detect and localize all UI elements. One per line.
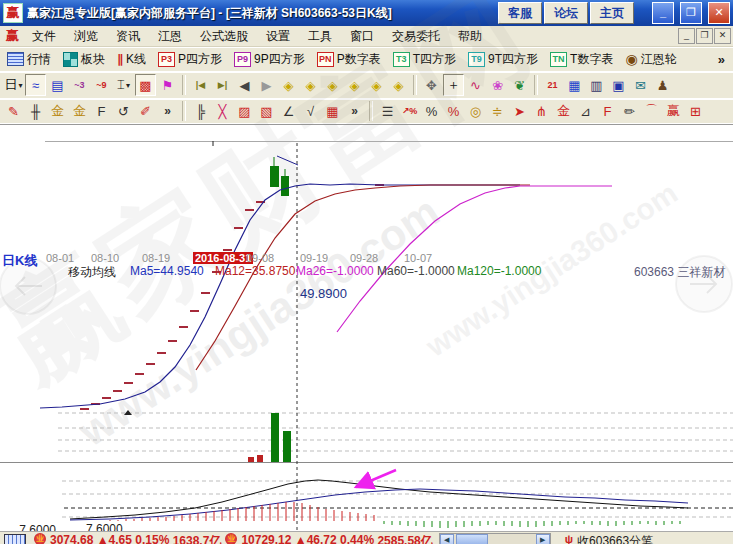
- toolbar-sectors[interactable]: 板块: [60, 50, 108, 69]
- tool-gann-diamond-right-icon[interactable]: ◈: [300, 74, 321, 96]
- t-square-badge-icon: T3: [393, 52, 410, 67]
- peak-price-label: 49.8900: [300, 286, 347, 301]
- close-button[interactable]: ✕: [708, 2, 730, 24]
- toolbar-gann-wheel[interactable]: ◉江恩轮: [622, 50, 679, 69]
- draw-gold-lines-icon[interactable]: ≑: [487, 100, 508, 122]
- scrollbar-right-button[interactable]: ▶: [536, 534, 550, 544]
- draw-cycle-tool-icon[interactable]: ↺: [113, 100, 134, 122]
- tool-minor-wave-9-icon[interactable]: ~9: [91, 74, 112, 96]
- menu-item-1[interactable]: 文件: [23, 26, 65, 47]
- draw-percent-line-icon[interactable]: %: [443, 100, 464, 122]
- chart-area[interactable]: 赢家财富网 www.yingjia360.com www.yingjia360.…: [0, 124, 733, 532]
- menu-item-2[interactable]: 浏览: [65, 26, 107, 47]
- draw-angle-line-icon[interactable]: ∠: [278, 100, 299, 122]
- toolbar-overflow-chevron[interactable]: »: [718, 52, 729, 67]
- draw-more-group-2[interactable]: »: [344, 100, 365, 122]
- tool-gann-diamond-h-icon[interactable]: ◈: [322, 74, 343, 96]
- draw-box-pattern-a-icon[interactable]: ▨: [234, 100, 255, 122]
- draw-wave-tool-icon[interactable]: √: [300, 100, 321, 122]
- toolbar-drawing: ✎╫金金F↺✐»╠╳▨▧∠√▦»☰↗%%%◎≑➤⋔金⊿F✏⌒赢⊞: [0, 99, 733, 124]
- mdi-restore-button[interactable]: ❐: [696, 28, 713, 44]
- draw-brand-tool-icon[interactable]: 赢: [663, 100, 684, 122]
- tool-candle-style-icon[interactable]: ⌶▾: [113, 74, 134, 96]
- scrollbar-thumb[interactable]: [456, 534, 488, 544]
- toolbar-kline[interactable]: ∥K线: [114, 50, 149, 69]
- tool-period-day-icon[interactable]: 日▾: [3, 74, 24, 96]
- draw-gold-ratio-b-icon[interactable]: 金: [69, 100, 90, 122]
- draw-arc-tool-icon[interactable]: ⌒: [641, 100, 662, 122]
- draw-j-line-icon[interactable]: ⊿: [575, 100, 596, 122]
- scrollbar-left-button[interactable]: ◀: [440, 534, 454, 544]
- menu-item-9[interactable]: 交易委托: [383, 26, 449, 47]
- draw-fib-tool-icon[interactable]: F: [91, 100, 112, 122]
- tool-leaf-tool-icon[interactable]: ❦: [509, 74, 530, 96]
- draw-pencil-icon[interactable]: ✏: [619, 100, 640, 122]
- draw-gold-ratio-a-icon[interactable]: 金: [47, 100, 68, 122]
- tool-jump-last-icon[interactable]: ▶|: [212, 74, 233, 96]
- tool-flag-mark-icon[interactable]: ⚑: [157, 74, 178, 96]
- status-scrollbar[interactable]: ◀ ▶: [439, 533, 551, 544]
- draw-fan-red-icon[interactable]: ⋔: [531, 100, 552, 122]
- tool-save-icon[interactable]: ▣: [608, 74, 629, 96]
- minimize-button[interactable]: _: [652, 2, 674, 24]
- draw-square-tool-icon[interactable]: ⊞: [685, 100, 706, 122]
- draw-box-pattern-b-icon[interactable]: ▧: [256, 100, 277, 122]
- mdi-minimize-button[interactable]: _: [678, 28, 695, 44]
- draw-more-group-1[interactable]: »: [157, 100, 178, 122]
- draw-gold-ring-icon[interactable]: ◎: [465, 100, 486, 122]
- menu-item-6[interactable]: 设置: [257, 26, 299, 47]
- tool-remote-user-icon[interactable]: ♟: [652, 74, 673, 96]
- draw-f-line-icon[interactable]: F: [597, 100, 618, 122]
- toolbar-p-square[interactable]: P3P四方形: [155, 50, 225, 69]
- draw-list-tool-icon[interactable]: ☰: [377, 100, 398, 122]
- tool-gann-diamond-v-icon[interactable]: ◈: [388, 74, 409, 96]
- tool-gann-diamond-left-icon[interactable]: ◈: [278, 74, 299, 96]
- tool-crosshair-icon[interactable]: ＋: [443, 74, 464, 96]
- tool-flower-tool-icon[interactable]: ❀: [487, 74, 508, 96]
- tool-calendar-icon[interactable]: 21: [542, 74, 563, 96]
- draw-fan-lines-icon[interactable]: ╳: [212, 100, 233, 122]
- toolbar-p9-square[interactable]: P99P四方形: [231, 50, 308, 69]
- tool-wave-view-icon[interactable]: ≈: [25, 74, 46, 96]
- titlebar-quick-button-1[interactable]: 客服: [498, 2, 542, 24]
- tool-gann-diamond-star-icon[interactable]: ◈: [366, 74, 387, 96]
- draw-grid-pattern-icon[interactable]: ▦: [322, 100, 343, 122]
- draw-percent-up-icon[interactable]: ↗%: [399, 100, 420, 122]
- draw-brush-icon[interactable]: ✎: [3, 100, 24, 122]
- toolbar-t-number[interactable]: TNT数字表: [547, 50, 616, 69]
- keyboard-icon[interactable]: [4, 534, 26, 544]
- menu-item-5[interactable]: 公式选股: [191, 26, 257, 47]
- toolbar-t9-square[interactable]: T99T四方形: [465, 50, 541, 69]
- tool-minor-wave-3-icon[interactable]: ~3: [69, 74, 90, 96]
- ma5-value: Ma5=44.9540: [130, 264, 204, 278]
- tool-notepad-icon[interactable]: ▥: [586, 74, 607, 96]
- draw-percent-icon[interactable]: %: [421, 100, 442, 122]
- toolbar-p-number[interactable]: PNP数字表: [314, 50, 384, 69]
- tool-calculator-icon[interactable]: ▦: [564, 74, 585, 96]
- tool-trend-curve-icon[interactable]: ∿: [465, 74, 486, 96]
- titlebar-quick-button-2[interactable]: 论坛: [544, 2, 588, 24]
- toolbar-t-square[interactable]: T3T四方形: [390, 50, 459, 69]
- draw-grid-tool-icon[interactable]: ╫: [25, 100, 46, 122]
- tool-mail-icon[interactable]: ✉: [630, 74, 651, 96]
- tool-jump-first-icon[interactable]: |◀: [190, 74, 211, 96]
- tool-gann-diamond-cross-icon[interactable]: ◈: [344, 74, 365, 96]
- tool-memo-icon[interactable]: ▤: [47, 74, 68, 96]
- toolbar-quotes[interactable]: 行情: [4, 50, 54, 69]
- menu-item-3[interactable]: 资讯: [107, 26, 149, 47]
- menu-item-7[interactable]: 工具: [299, 26, 341, 47]
- draw-gold-red-icon[interactable]: 金: [553, 100, 574, 122]
- menu-item-8[interactable]: 窗口: [341, 26, 383, 47]
- menu-item-4[interactable]: 江恩: [149, 26, 191, 47]
- tool-hand-drag-icon[interactable]: ✥: [421, 74, 442, 96]
- maximize-button[interactable]: ❐: [680, 2, 702, 24]
- draw-frame-tool-icon[interactable]: ╠: [190, 100, 211, 122]
- tool-page-left-icon[interactable]: ◀: [234, 74, 255, 96]
- mdi-close-button[interactable]: ✕: [714, 28, 731, 44]
- tool-pattern-box-icon[interactable]: ▩: [135, 74, 156, 96]
- titlebar-quick-button-3[interactable]: 主页: [590, 2, 634, 24]
- tool-page-right-icon[interactable]: ▶: [256, 74, 277, 96]
- menu-item-10[interactable]: 帮助: [449, 26, 491, 47]
- draw-arrow-tool-icon[interactable]: ➤: [509, 100, 530, 122]
- draw-brush-2-icon[interactable]: ✐: [135, 100, 156, 122]
